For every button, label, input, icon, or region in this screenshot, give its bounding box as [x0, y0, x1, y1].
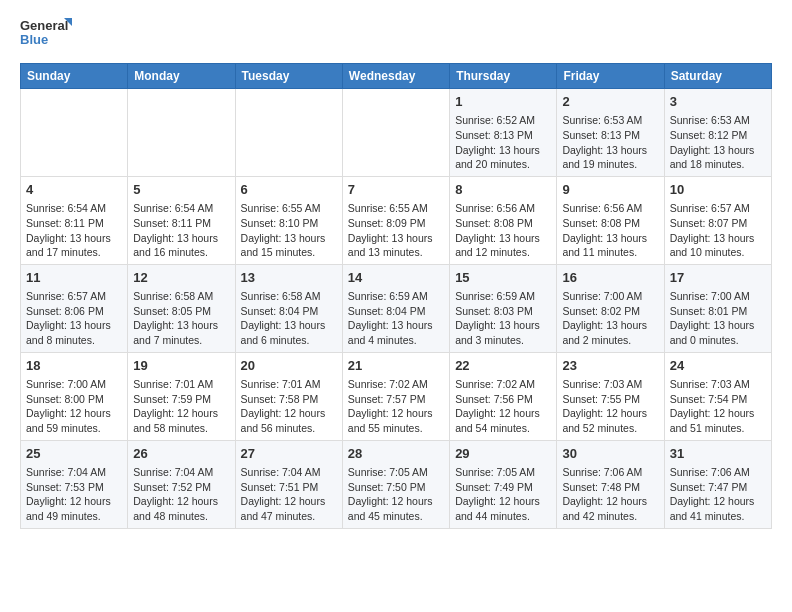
- calendar-week-row: 1Sunrise: 6:52 AMSunset: 8:13 PMDaylight…: [21, 89, 772, 177]
- day-info: Sunrise: 7:02 AMSunset: 7:56 PMDaylight:…: [455, 377, 551, 436]
- day-info: Sunrise: 6:58 AMSunset: 8:04 PMDaylight:…: [241, 289, 337, 348]
- day-info: Sunrise: 7:05 AMSunset: 7:49 PMDaylight:…: [455, 465, 551, 524]
- column-header-friday: Friday: [557, 64, 664, 89]
- day-info: Sunrise: 7:05 AMSunset: 7:50 PMDaylight:…: [348, 465, 444, 524]
- calendar-cell: 29Sunrise: 7:05 AMSunset: 7:49 PMDayligh…: [450, 440, 557, 528]
- calendar-cell: 17Sunrise: 7:00 AMSunset: 8:01 PMDayligh…: [664, 264, 771, 352]
- day-number: 9: [562, 181, 658, 199]
- day-number: 31: [670, 445, 766, 463]
- calendar-cell: 28Sunrise: 7:05 AMSunset: 7:50 PMDayligh…: [342, 440, 449, 528]
- day-info: Sunrise: 6:58 AMSunset: 8:05 PMDaylight:…: [133, 289, 229, 348]
- day-info: Sunrise: 6:52 AMSunset: 8:13 PMDaylight:…: [455, 113, 551, 172]
- calendar-cell: 23Sunrise: 7:03 AMSunset: 7:55 PMDayligh…: [557, 352, 664, 440]
- calendar-cell: 21Sunrise: 7:02 AMSunset: 7:57 PMDayligh…: [342, 352, 449, 440]
- calendar-cell: 14Sunrise: 6:59 AMSunset: 8:04 PMDayligh…: [342, 264, 449, 352]
- day-info: Sunrise: 6:59 AMSunset: 8:04 PMDaylight:…: [348, 289, 444, 348]
- calendar-week-row: 4Sunrise: 6:54 AMSunset: 8:11 PMDaylight…: [21, 176, 772, 264]
- calendar-cell: 26Sunrise: 7:04 AMSunset: 7:52 PMDayligh…: [128, 440, 235, 528]
- day-number: 12: [133, 269, 229, 287]
- page-header: GeneralBlue: [20, 16, 772, 51]
- day-number: 3: [670, 93, 766, 111]
- day-info: Sunrise: 7:00 AMSunset: 8:01 PMDaylight:…: [670, 289, 766, 348]
- column-header-sunday: Sunday: [21, 64, 128, 89]
- calendar-cell: 7Sunrise: 6:55 AMSunset: 8:09 PMDaylight…: [342, 176, 449, 264]
- column-header-wednesday: Wednesday: [342, 64, 449, 89]
- calendar-cell: 27Sunrise: 7:04 AMSunset: 7:51 PMDayligh…: [235, 440, 342, 528]
- day-number: 2: [562, 93, 658, 111]
- calendar-table: SundayMondayTuesdayWednesdayThursdayFrid…: [20, 63, 772, 529]
- day-number: 24: [670, 357, 766, 375]
- calendar-cell: 25Sunrise: 7:04 AMSunset: 7:53 PMDayligh…: [21, 440, 128, 528]
- day-info: Sunrise: 7:03 AMSunset: 7:55 PMDaylight:…: [562, 377, 658, 436]
- day-number: 15: [455, 269, 551, 287]
- day-number: 18: [26, 357, 122, 375]
- svg-text:General: General: [20, 18, 68, 33]
- day-info: Sunrise: 7:04 AMSunset: 7:53 PMDaylight:…: [26, 465, 122, 524]
- day-info: Sunrise: 7:02 AMSunset: 7:57 PMDaylight:…: [348, 377, 444, 436]
- day-info: Sunrise: 7:04 AMSunset: 7:52 PMDaylight:…: [133, 465, 229, 524]
- calendar-cell: 8Sunrise: 6:56 AMSunset: 8:08 PMDaylight…: [450, 176, 557, 264]
- calendar-cell: [342, 89, 449, 177]
- day-number: 17: [670, 269, 766, 287]
- day-number: 13: [241, 269, 337, 287]
- day-number: 5: [133, 181, 229, 199]
- day-info: Sunrise: 6:53 AMSunset: 8:12 PMDaylight:…: [670, 113, 766, 172]
- calendar-cell: 10Sunrise: 6:57 AMSunset: 8:07 PMDayligh…: [664, 176, 771, 264]
- day-number: 19: [133, 357, 229, 375]
- day-number: 1: [455, 93, 551, 111]
- day-number: 6: [241, 181, 337, 199]
- calendar-cell: [235, 89, 342, 177]
- day-info: Sunrise: 6:53 AMSunset: 8:13 PMDaylight:…: [562, 113, 658, 172]
- day-number: 14: [348, 269, 444, 287]
- column-header-monday: Monday: [128, 64, 235, 89]
- day-info: Sunrise: 6:57 AMSunset: 8:06 PMDaylight:…: [26, 289, 122, 348]
- day-number: 28: [348, 445, 444, 463]
- calendar-cell: 19Sunrise: 7:01 AMSunset: 7:59 PMDayligh…: [128, 352, 235, 440]
- calendar-cell: 6Sunrise: 6:55 AMSunset: 8:10 PMDaylight…: [235, 176, 342, 264]
- day-info: Sunrise: 7:06 AMSunset: 7:48 PMDaylight:…: [562, 465, 658, 524]
- day-info: Sunrise: 6:55 AMSunset: 8:10 PMDaylight:…: [241, 201, 337, 260]
- day-info: Sunrise: 7:01 AMSunset: 7:59 PMDaylight:…: [133, 377, 229, 436]
- day-number: 8: [455, 181, 551, 199]
- column-header-thursday: Thursday: [450, 64, 557, 89]
- day-number: 30: [562, 445, 658, 463]
- logo-icon: GeneralBlue: [20, 16, 80, 51]
- calendar-cell: 5Sunrise: 6:54 AMSunset: 8:11 PMDaylight…: [128, 176, 235, 264]
- calendar-cell: 9Sunrise: 6:56 AMSunset: 8:08 PMDaylight…: [557, 176, 664, 264]
- day-info: Sunrise: 6:54 AMSunset: 8:11 PMDaylight:…: [133, 201, 229, 260]
- calendar-week-row: 11Sunrise: 6:57 AMSunset: 8:06 PMDayligh…: [21, 264, 772, 352]
- calendar-cell: 1Sunrise: 6:52 AMSunset: 8:13 PMDaylight…: [450, 89, 557, 177]
- day-info: Sunrise: 6:54 AMSunset: 8:11 PMDaylight:…: [26, 201, 122, 260]
- day-info: Sunrise: 7:04 AMSunset: 7:51 PMDaylight:…: [241, 465, 337, 524]
- day-number: 7: [348, 181, 444, 199]
- day-info: Sunrise: 6:59 AMSunset: 8:03 PMDaylight:…: [455, 289, 551, 348]
- column-header-tuesday: Tuesday: [235, 64, 342, 89]
- day-info: Sunrise: 7:00 AMSunset: 8:00 PMDaylight:…: [26, 377, 122, 436]
- calendar-cell: 24Sunrise: 7:03 AMSunset: 7:54 PMDayligh…: [664, 352, 771, 440]
- calendar-cell: 15Sunrise: 6:59 AMSunset: 8:03 PMDayligh…: [450, 264, 557, 352]
- day-info: Sunrise: 7:01 AMSunset: 7:58 PMDaylight:…: [241, 377, 337, 436]
- day-number: 22: [455, 357, 551, 375]
- day-number: 11: [26, 269, 122, 287]
- calendar-header-row: SundayMondayTuesdayWednesdayThursdayFrid…: [21, 64, 772, 89]
- day-info: Sunrise: 7:00 AMSunset: 8:02 PMDaylight:…: [562, 289, 658, 348]
- column-header-saturday: Saturday: [664, 64, 771, 89]
- calendar-cell: 16Sunrise: 7:00 AMSunset: 8:02 PMDayligh…: [557, 264, 664, 352]
- calendar-week-row: 25Sunrise: 7:04 AMSunset: 7:53 PMDayligh…: [21, 440, 772, 528]
- day-info: Sunrise: 6:56 AMSunset: 8:08 PMDaylight:…: [455, 201, 551, 260]
- day-number: 25: [26, 445, 122, 463]
- svg-text:Blue: Blue: [20, 32, 48, 47]
- calendar-cell: 22Sunrise: 7:02 AMSunset: 7:56 PMDayligh…: [450, 352, 557, 440]
- logo: GeneralBlue: [20, 16, 80, 51]
- day-info: Sunrise: 6:55 AMSunset: 8:09 PMDaylight:…: [348, 201, 444, 260]
- calendar-week-row: 18Sunrise: 7:00 AMSunset: 8:00 PMDayligh…: [21, 352, 772, 440]
- calendar-cell: 13Sunrise: 6:58 AMSunset: 8:04 PMDayligh…: [235, 264, 342, 352]
- calendar-cell: 12Sunrise: 6:58 AMSunset: 8:05 PMDayligh…: [128, 264, 235, 352]
- day-number: 21: [348, 357, 444, 375]
- day-number: 20: [241, 357, 337, 375]
- day-info: Sunrise: 7:06 AMSunset: 7:47 PMDaylight:…: [670, 465, 766, 524]
- day-number: 29: [455, 445, 551, 463]
- calendar-cell: 18Sunrise: 7:00 AMSunset: 8:00 PMDayligh…: [21, 352, 128, 440]
- day-info: Sunrise: 6:57 AMSunset: 8:07 PMDaylight:…: [670, 201, 766, 260]
- day-number: 4: [26, 181, 122, 199]
